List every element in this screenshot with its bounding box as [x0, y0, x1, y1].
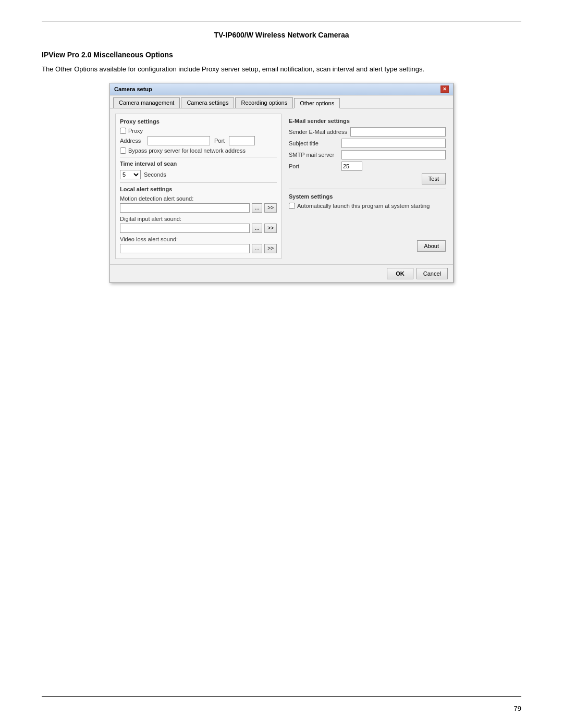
video-loss-arrows-button[interactable]: >>	[264, 244, 277, 253]
top-rule	[42, 21, 521, 21]
tab-camera-settings[interactable]: Camera settings	[181, 97, 234, 108]
proxy-section-label: Proxy settings	[120, 118, 277, 125]
right-panel: E-Mail sender settings Sender E-Mail add…	[287, 114, 448, 259]
page-number: 79	[514, 705, 521, 712]
motion-alert-input[interactable]	[120, 203, 250, 213]
dialog-titlebar: Camera setup ✕	[110, 83, 453, 95]
cancel-button[interactable]: Cancel	[417, 268, 448, 279]
sender-email-label: Sender E-Mail address	[289, 129, 347, 135]
motion-alert-label: Motion detection alert sound:	[120, 195, 277, 202]
proxy-checkbox-label: Proxy	[128, 128, 143, 134]
tab-recording-options[interactable]: Recording options	[235, 97, 293, 108]
dialog-close-button[interactable]: ✕	[440, 85, 449, 93]
bypass-checkbox-row: Bypass proxy server for local network ad…	[120, 147, 277, 154]
tab-other-options[interactable]: Other options	[294, 98, 340, 108]
section-heading: IPView Pro 2.0 Miscellaneous Options	[42, 51, 521, 59]
proxy-checkbox-row: Proxy	[120, 128, 277, 134]
video-loss-alert-input[interactable]	[120, 244, 250, 253]
about-button[interactable]: About	[417, 240, 446, 252]
title-text: TV-IP600/W Wireless Network Camera	[214, 31, 345, 39]
test-button[interactable]: Test	[422, 173, 446, 184]
video-loss-alert-row: ... >>	[120, 244, 277, 253]
video-loss-alert-label: Video loss alert sound:	[120, 236, 277, 242]
digital-alert-input[interactable]	[120, 224, 250, 233]
sender-email-row: Sender E-Mail address	[289, 127, 446, 137]
digital-alert-dots-button[interactable]: ...	[252, 224, 262, 233]
address-input[interactable]	[148, 136, 210, 145]
address-label: Address	[120, 138, 143, 144]
bypass-checkbox[interactable]	[120, 147, 126, 154]
smtp-port-input[interactable]: 25	[341, 162, 362, 171]
system-settings-label: System settings	[289, 193, 446, 200]
digital-alert-label: Digital input alert sound:	[120, 216, 277, 222]
subject-title-label: Subject title	[289, 140, 338, 146]
divider-3	[289, 189, 446, 189]
subject-title-input[interactable]	[341, 139, 446, 148]
subject-title-row: Subject title	[289, 139, 446, 148]
proxy-checkbox[interactable]	[120, 128, 126, 134]
camera-setup-dialog: Camera setup ✕ Camera management Camera …	[109, 83, 454, 283]
auto-launch-label: Automatically launch this program at sys…	[297, 203, 430, 209]
dialog-body: Proxy settings Proxy Address Port Bypass…	[110, 108, 453, 264]
bypass-label: Bypass proxy server for local network ad…	[128, 147, 246, 154]
dialog-tabs: Camera management Camera settings Record…	[110, 95, 453, 108]
scan-interval-row: 5 10 15 30 Seconds	[120, 170, 277, 179]
scan-section-label: Time interval of scan	[120, 161, 277, 167]
alert-section: Local alert settings Motion detection al…	[120, 186, 277, 253]
ok-button[interactable]: OK	[387, 268, 413, 279]
left-panel: Proxy settings Proxy Address Port Bypass…	[115, 114, 282, 259]
dialog-footer: OK Cancel	[110, 264, 453, 282]
smtp-server-input[interactable]	[341, 150, 446, 159]
tab-camera-management[interactable]: Camera management	[113, 97, 180, 108]
seconds-label: Seconds	[144, 171, 166, 178]
auto-launch-checkbox[interactable]	[289, 203, 295, 209]
smtp-server-label: SMTP mail server	[289, 152, 338, 158]
motion-alert-row: ... >>	[120, 203, 277, 213]
video-loss-dots-button[interactable]: ...	[252, 244, 262, 253]
motion-alert-dots-button[interactable]: ...	[252, 203, 262, 213]
system-settings-section: System settings Automatically launch thi…	[289, 193, 446, 209]
smtp-server-row: SMTP mail server	[289, 150, 446, 159]
smtp-port-row: Port 25	[289, 162, 446, 171]
divider-2	[120, 182, 277, 183]
page-title: TV-IP600/W Wireless Network Cameraa	[42, 31, 521, 39]
intro-text: The Other Options available for configur…	[42, 64, 521, 75]
divider-1	[120, 157, 277, 157]
port-label: Port	[214, 138, 225, 144]
auto-launch-row: Automatically launch this program at sys…	[289, 203, 446, 209]
dialog-title: Camera setup	[114, 86, 152, 92]
smtp-port-label: Port	[289, 163, 338, 169]
digital-alert-arrows-button[interactable]: >>	[264, 224, 277, 233]
bottom-rule	[42, 696, 521, 697]
digital-alert-row: ... >>	[120, 224, 277, 233]
email-section-label: E-Mail sender settings	[289, 118, 446, 124]
port-input[interactable]	[229, 136, 255, 145]
sender-email-input[interactable]	[350, 127, 446, 137]
motion-alert-arrows-button[interactable]: >>	[264, 203, 277, 213]
scan-interval-select[interactable]: 5 10 15 30	[120, 170, 141, 179]
address-port-row: Address Port	[120, 136, 277, 145]
alert-section-label: Local alert settings	[120, 186, 277, 192]
